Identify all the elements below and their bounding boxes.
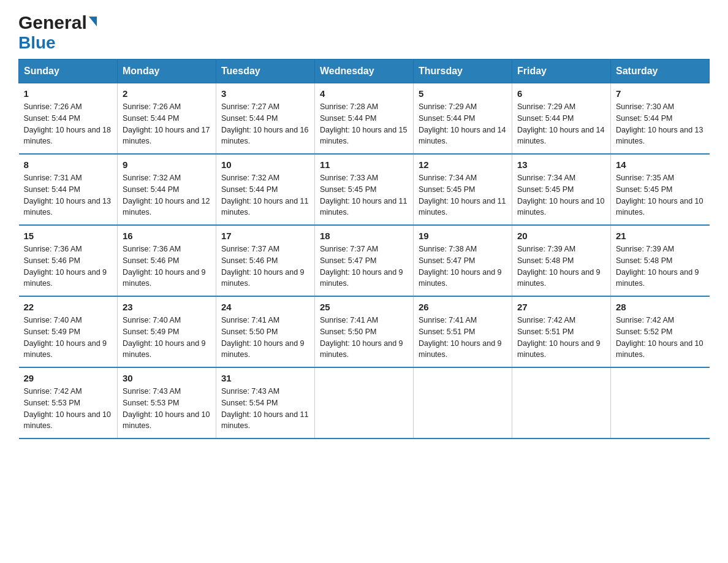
sunrise-label: Sunrise: 7:32 AM	[221, 174, 279, 182]
day-number: 8	[24, 159, 113, 170]
daylight-label: Daylight: 10 hours and 9 minutes.	[419, 339, 502, 359]
daylight-label: Daylight: 10 hours and 18 minutes.	[24, 126, 111, 146]
sunrise-label: Sunrise: 7:42 AM	[616, 316, 674, 324]
calendar-week-row: 15 Sunrise: 7:36 AM Sunset: 5:46 PM Dayl…	[19, 225, 710, 296]
calendar-cell: 12 Sunrise: 7:34 AM Sunset: 5:45 PM Dayl…	[414, 154, 512, 225]
sunset-label: Sunset: 5:51 PM	[419, 327, 475, 336]
calendar-cell: 7 Sunrise: 7:30 AM Sunset: 5:44 PM Dayli…	[611, 83, 710, 155]
sunrise-label: Sunrise: 7:37 AM	[221, 245, 279, 253]
sunrise-label: Sunrise: 7:38 AM	[419, 245, 477, 253]
sunset-label: Sunset: 5:50 PM	[320, 327, 376, 336]
day-info: Sunrise: 7:29 AM Sunset: 5:44 PM Dayligh…	[517, 101, 605, 147]
calendar-cell: 10 Sunrise: 7:32 AM Sunset: 5:44 PM Dayl…	[216, 154, 315, 225]
calendar-table: SundayMondayTuesdayWednesdayThursdayFrid…	[18, 59, 710, 439]
daylight-label: Daylight: 10 hours and 10 minutes.	[616, 339, 703, 359]
day-header-friday: Friday	[512, 59, 611, 83]
day-number: 27	[517, 302, 605, 312]
day-info: Sunrise: 7:33 AM Sunset: 5:45 PM Dayligh…	[320, 172, 408, 218]
day-header-wednesday: Wednesday	[315, 59, 414, 83]
sunset-label: Sunset: 5:54 PM	[221, 399, 278, 407]
sunset-label: Sunset: 5:52 PM	[616, 327, 672, 336]
day-number: 26	[419, 302, 507, 312]
day-info: Sunrise: 7:34 AM Sunset: 5:45 PM Dayligh…	[517, 172, 605, 218]
day-number: 30	[123, 373, 211, 383]
sunset-label: Sunset: 5:53 PM	[24, 399, 80, 407]
calendar-cell	[512, 367, 611, 439]
daylight-label: Daylight: 10 hours and 9 minutes.	[320, 268, 403, 288]
day-info: Sunrise: 7:42 AM Sunset: 5:52 PM Dayligh…	[616, 315, 705, 361]
sunset-label: Sunset: 5:45 PM	[517, 185, 574, 194]
day-number: 20	[517, 231, 605, 241]
daylight-label: Daylight: 10 hours and 9 minutes.	[221, 339, 305, 359]
day-number: 15	[24, 231, 113, 241]
daylight-label: Daylight: 10 hours and 14 minutes.	[517, 126, 604, 146]
calendar-cell: 13 Sunrise: 7:34 AM Sunset: 5:45 PM Dayl…	[512, 154, 611, 225]
day-info: Sunrise: 7:34 AM Sunset: 5:45 PM Dayligh…	[419, 172, 507, 218]
daylight-label: Daylight: 10 hours and 17 minutes.	[123, 126, 210, 146]
calendar-cell: 18 Sunrise: 7:37 AM Sunset: 5:47 PM Dayl…	[315, 225, 414, 296]
day-number: 1	[24, 88, 113, 99]
sunrise-label: Sunrise: 7:42 AM	[517, 316, 575, 324]
calendar-cell: 25 Sunrise: 7:41 AM Sunset: 5:50 PM Dayl…	[315, 296, 414, 367]
daylight-label: Daylight: 10 hours and 12 minutes.	[123, 197, 210, 217]
day-info: Sunrise: 7:29 AM Sunset: 5:44 PM Dayligh…	[419, 101, 507, 147]
day-number: 14	[616, 159, 705, 170]
day-info: Sunrise: 7:26 AM Sunset: 5:44 PM Dayligh…	[123, 101, 211, 147]
sunset-label: Sunset: 5:44 PM	[517, 114, 574, 123]
day-info: Sunrise: 7:26 AM Sunset: 5:44 PM Dayligh…	[24, 101, 113, 147]
sunset-label: Sunset: 5:45 PM	[616, 185, 672, 194]
sunrise-label: Sunrise: 7:41 AM	[419, 316, 477, 324]
daylight-label: Daylight: 10 hours and 10 minutes.	[123, 410, 210, 431]
calendar-cell: 20 Sunrise: 7:39 AM Sunset: 5:48 PM Dayl…	[512, 225, 611, 296]
day-info: Sunrise: 7:40 AM Sunset: 5:49 PM Dayligh…	[123, 315, 211, 361]
calendar-cell	[414, 367, 512, 439]
calendar-cell: 8 Sunrise: 7:31 AM Sunset: 5:44 PM Dayli…	[19, 154, 118, 225]
calendar-week-row: 22 Sunrise: 7:40 AM Sunset: 5:49 PM Dayl…	[19, 296, 710, 367]
day-info: Sunrise: 7:43 AM Sunset: 5:54 PM Dayligh…	[221, 386, 309, 432]
day-header-saturday: Saturday	[611, 59, 710, 83]
calendar-week-row: 8 Sunrise: 7:31 AM Sunset: 5:44 PM Dayli…	[19, 154, 710, 225]
sunset-label: Sunset: 5:46 PM	[221, 256, 278, 265]
daylight-label: Daylight: 10 hours and 10 minutes.	[24, 410, 111, 431]
calendar-cell: 9 Sunrise: 7:32 AM Sunset: 5:44 PM Dayli…	[118, 154, 216, 225]
day-info: Sunrise: 7:37 AM Sunset: 5:47 PM Dayligh…	[320, 243, 408, 289]
sunrise-label: Sunrise: 7:43 AM	[221, 387, 279, 396]
day-info: Sunrise: 7:36 AM Sunset: 5:46 PM Dayligh…	[123, 243, 211, 289]
logo-general-text: General	[18, 12, 87, 33]
sunset-label: Sunset: 5:49 PM	[123, 327, 179, 336]
daylight-label: Daylight: 10 hours and 15 minutes.	[320, 126, 407, 146]
daylight-label: Daylight: 10 hours and 9 minutes.	[320, 339, 403, 359]
calendar-cell: 2 Sunrise: 7:26 AM Sunset: 5:44 PM Dayli…	[118, 83, 216, 155]
sunrise-label: Sunrise: 7:41 AM	[320, 316, 378, 324]
sunset-label: Sunset: 5:48 PM	[616, 256, 672, 265]
sunrise-label: Sunrise: 7:29 AM	[517, 102, 575, 111]
calendar-cell: 1 Sunrise: 7:26 AM Sunset: 5:44 PM Dayli…	[19, 83, 118, 155]
sunrise-label: Sunrise: 7:37 AM	[320, 245, 378, 253]
daylight-label: Daylight: 10 hours and 9 minutes.	[517, 268, 601, 288]
daylight-label: Daylight: 10 hours and 10 minutes.	[616, 197, 703, 217]
daylight-label: Daylight: 10 hours and 9 minutes.	[517, 339, 601, 359]
calendar-cell: 29 Sunrise: 7:42 AM Sunset: 5:53 PM Dayl…	[19, 367, 118, 439]
logo: General Blue	[18, 12, 97, 53]
day-number: 3	[221, 88, 309, 99]
day-number: 17	[221, 231, 309, 241]
daylight-label: Daylight: 10 hours and 9 minutes.	[419, 268, 502, 288]
calendar-cell: 31 Sunrise: 7:43 AM Sunset: 5:54 PM Dayl…	[216, 367, 315, 439]
calendar-cell: 22 Sunrise: 7:40 AM Sunset: 5:49 PM Dayl…	[19, 296, 118, 367]
day-number: 21	[616, 231, 705, 241]
sunrise-label: Sunrise: 7:42 AM	[24, 387, 82, 396]
sunrise-label: Sunrise: 7:27 AM	[221, 102, 279, 111]
sunset-label: Sunset: 5:45 PM	[419, 185, 475, 194]
calendar-cell: 17 Sunrise: 7:37 AM Sunset: 5:46 PM Dayl…	[216, 225, 315, 296]
sunset-label: Sunset: 5:49 PM	[24, 327, 80, 336]
calendar-header-row: SundayMondayTuesdayWednesdayThursdayFrid…	[19, 59, 710, 83]
day-number: 23	[123, 302, 211, 312]
calendar-cell: 24 Sunrise: 7:41 AM Sunset: 5:50 PM Dayl…	[216, 296, 315, 367]
day-info: Sunrise: 7:30 AM Sunset: 5:44 PM Dayligh…	[616, 101, 705, 147]
day-number: 11	[320, 159, 408, 170]
sunset-label: Sunset: 5:47 PM	[320, 256, 376, 265]
sunset-label: Sunset: 5:44 PM	[24, 185, 80, 194]
sunset-label: Sunset: 5:46 PM	[24, 256, 80, 265]
sunrise-label: Sunrise: 7:32 AM	[123, 174, 181, 182]
page-header: General Blue	[18, 12, 710, 53]
